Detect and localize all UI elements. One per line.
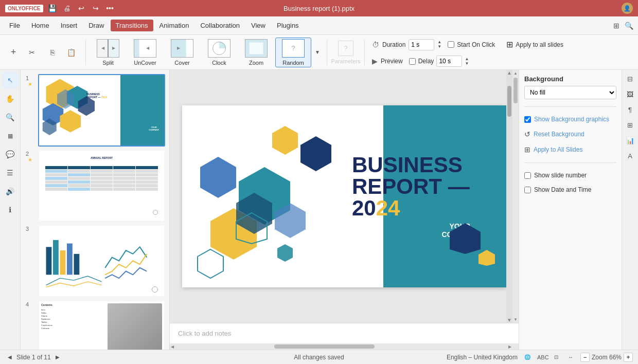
info-btn[interactable]: ℹ <box>2 202 19 218</box>
app-logo: ONLYOFFICE <box>5 5 43 12</box>
duration-up[interactable]: ▲ <box>437 40 441 44</box>
save-button[interactable]: 💾 <box>47 3 58 13</box>
navigation-btn[interactable]: ☰ <box>2 165 19 181</box>
select-tool[interactable]: ↖ <box>2 72 19 88</box>
timing-row-2: ▶ Preview Delay ▲ ▼ <box>372 56 569 67</box>
window-title: Business report (1).pptx <box>283 5 355 12</box>
copy-button[interactable]: ⎘ <box>44 44 61 61</box>
reset-background-row[interactable]: ↺ Reset Background <box>524 129 616 140</box>
panel-img-btn[interactable]: 🖼 <box>624 87 637 101</box>
slides-panel-btn[interactable]: ▦ <box>2 128 19 144</box>
split-icon: ◀ ▶ <box>97 39 119 58</box>
slide-thumb-2[interactable]: ANNUAL REPORT <box>38 150 165 222</box>
speaker-btn[interactable]: 🔊 <box>2 183 19 199</box>
menu-plugins[interactable]: Plugins <box>272 20 304 31</box>
slide-item-3[interactable]: 3 ★ <box>25 225 165 297</box>
fit-width-btn[interactable]: ↔ <box>566 353 575 362</box>
canvas-scrollbar[interactable]: ▲ ▼ <box>506 70 512 323</box>
vscroll-up[interactable]: ▲ <box>513 71 518 76</box>
menu-draw[interactable]: Draw <box>83 20 109 31</box>
show-datetime-checkbox[interactable] <box>524 187 531 193</box>
start-on-click-checkbox[interactable] <box>448 41 454 48</box>
hscroll-thumb[interactable] <box>274 344 375 349</box>
fit-window-button[interactable]: ⊞ <box>611 21 622 31</box>
hscroll-right[interactable]: ▶ <box>508 344 511 349</box>
spell-check-btn[interactable]: ABC <box>537 353 546 362</box>
more-button[interactable]: ••• <box>105 3 115 13</box>
menu-insert[interactable]: Insert <box>56 20 83 31</box>
params-icon: ? <box>338 41 353 56</box>
vscroll-thumb[interactable] <box>513 78 518 103</box>
horizontal-scrollbar[interactable]: ◀ ▶ <box>170 343 512 350</box>
slide-item-2[interactable]: 2 ★ ANNUAL REPORT <box>25 150 165 222</box>
transition-random[interactable]: ? Random <box>275 38 311 67</box>
show-bg-graphics-checkbox[interactable] <box>524 116 531 123</box>
redo-button[interactable]: ↪ <box>91 3 101 13</box>
slide-thumb-4[interactable]: Contents Intro Sales Charts Dynamics Tab… <box>38 300 165 350</box>
notes-area[interactable]: Click to add notes <box>170 323 519 343</box>
panel-slides-btn[interactable]: ⊟ <box>624 72 637 85</box>
prev-slide-btn[interactable]: ◀ <box>5 353 14 362</box>
separator-2 <box>327 40 327 65</box>
next-slide-btn[interactable]: ▶ <box>53 353 62 362</box>
transition-split[interactable]: ◀ ▶ Split <box>90 38 126 67</box>
slide-thumb-1[interactable]: BUSINESS REPORT — 2024 YOURCOMPANY <box>38 74 165 147</box>
menu-animation[interactable]: Animation <box>154 20 194 31</box>
transition-uncover[interactable]: ◀ UnCover <box>127 38 163 67</box>
panel-table-btn[interactable]: ⊞ <box>624 118 637 132</box>
menu-transitions[interactable]: Transitions <box>111 20 153 31</box>
delay-down[interactable]: ▼ <box>465 62 469 66</box>
transitions-dropdown[interactable]: ▼ <box>312 38 323 67</box>
menu-collaboration[interactable]: Collaboration <box>195 20 245 31</box>
cut-button[interactable]: ✂ <box>24 44 40 61</box>
transition-clock[interactable]: Clock <box>201 38 237 67</box>
panel-chart-btn[interactable]: 📊 <box>624 134 637 147</box>
user-avatar[interactable]: 👤 <box>622 3 633 14</box>
hand-tool[interactable]: ✋ <box>2 90 19 107</box>
fit-slide-btn[interactable]: ⊡ <box>552 353 561 362</box>
menu-view[interactable]: View <box>246 20 271 31</box>
save-status: All changes saved <box>294 354 344 361</box>
print-button[interactable]: 🖨 <box>62 3 72 13</box>
apply-to-all-button[interactable]: ⊞ Apply to all slides <box>501 38 569 51</box>
mini-hexagons <box>39 75 164 145</box>
panel-divider-1 <box>524 106 616 107</box>
scroll-up[interactable]: ▲ <box>507 70 512 76</box>
menu-home[interactable]: Home <box>26 20 55 31</box>
show-slide-number-checkbox[interactable] <box>524 172 531 179</box>
fill-select[interactable]: No fill Solid fill Gradient fill Picture… <box>524 86 616 99</box>
params-label: Parameters <box>331 58 361 64</box>
new-slide-button[interactable]: + <box>5 44 22 61</box>
scroll-down[interactable]: ▼ <box>507 317 512 323</box>
zoom-out-btn[interactable]: − <box>580 353 590 362</box>
apply-all-slides-row[interactable]: ⊞ Apply to All Slides <box>524 144 616 155</box>
panel-text-btn[interactable]: ¶ <box>624 103 637 116</box>
menu-file[interactable]: File <box>4 20 25 31</box>
duration-spinner[interactable]: ▲ ▼ <box>437 40 441 49</box>
search-button[interactable]: 🔍 <box>624 21 634 31</box>
delay-input[interactable] <box>436 56 462 67</box>
comments-btn[interactable]: 💬 <box>2 146 19 162</box>
language-globe[interactable]: 🌐 <box>523 353 532 362</box>
transition-cover[interactable]: ▶ Cover <box>164 38 200 67</box>
scroll-thumb[interactable] <box>507 86 511 117</box>
slide-item-4[interactable]: 4 ★ Contents Intro Sales Charts Dynamics… <box>25 300 165 350</box>
duration-down[interactable]: ▼ <box>437 45 441 49</box>
search-tool[interactable]: 🔍 <box>2 109 19 125</box>
slide-thumb-3[interactable] <box>38 225 165 297</box>
slide-item-1[interactable]: 1 ★ <box>25 74 165 147</box>
apply-label: Apply to all slides <box>516 41 563 48</box>
paste-button[interactable]: 📋 <box>63 44 79 61</box>
undo-button[interactable]: ↩ <box>76 3 86 13</box>
parameters-button[interactable]: ? Parameters <box>330 38 361 67</box>
delay-spinner[interactable]: ▲ ▼ <box>465 57 469 66</box>
vertical-scrollbar[interactable]: ▲ ▼ <box>512 70 519 323</box>
delay-up[interactable]: ▲ <box>465 57 469 61</box>
panel-font-btn[interactable]: A <box>624 149 637 162</box>
zoom-in-btn[interactable]: + <box>624 353 633 362</box>
transition-zoom[interactable]: Zoom <box>238 38 274 67</box>
delay-checkbox[interactable] <box>409 58 416 65</box>
vscroll-down[interactable]: ▼ <box>513 317 518 322</box>
duration-input[interactable] <box>409 39 434 50</box>
delay-group: Delay ▲ ▼ <box>409 56 469 67</box>
